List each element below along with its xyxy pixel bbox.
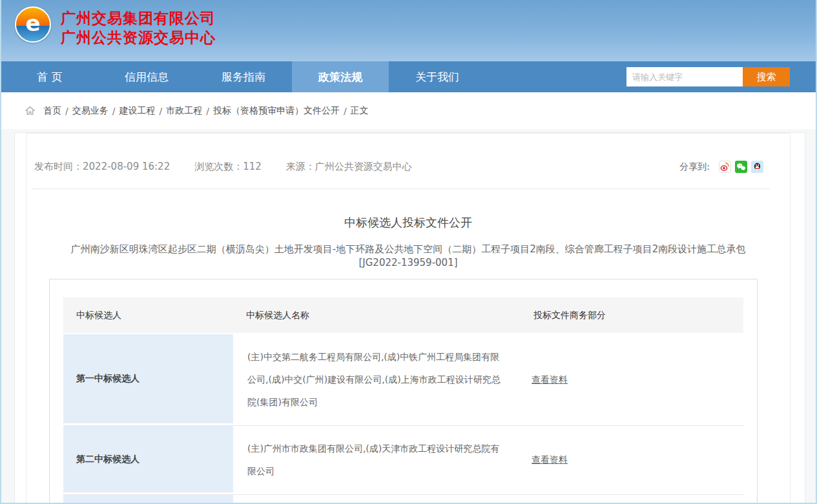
source-label: 来源： <box>286 161 315 172</box>
breadcrumb-separator: / <box>159 106 162 116</box>
share-label: 分享到: <box>679 161 710 173</box>
breadcrumb: 首页 / 交易业务 / 建设工程 / 市政工程 / 投标（资格预审申请）文件公开… <box>1 92 816 129</box>
article-meta: 发布时间：2022-08-09 16:22 浏览次数：112 来源：广州公共资源… <box>26 161 790 173</box>
content-card: 发布时间：2022-08-09 16:22 浏览次数：112 来源：广州公共资源… <box>14 132 805 504</box>
candidate-rank: 第三中标候选人 <box>63 495 233 504</box>
breadcrumb-item-trading[interactable]: 交易业务 <box>72 105 109 117</box>
publish-time-label: 发布时间： <box>34 161 83 172</box>
article-title: 中标候选人投标文件公开 <box>26 215 790 230</box>
org-names: 广州交易集团有限公司 广州公共资源交易中心 <box>61 8 216 47</box>
breadcrumb-item-home[interactable]: 首页 <box>43 105 61 117</box>
candidate-rank: 第二中标候选人 <box>63 426 233 494</box>
column-header-candidate-name: 中标候选人名称 <box>233 297 521 333</box>
qq-icon[interactable] <box>751 161 763 173</box>
publish-time: 发布时间：2022-08-09 16:22 <box>34 161 170 173</box>
breadcrumb-separator: / <box>344 106 347 116</box>
table-row: 第二中标候选人 (主)广州市市政集团有限公司,(成)天津市政工程设计研究总院有限… <box>63 426 743 495</box>
search-input[interactable] <box>626 67 743 86</box>
view-count-value: 112 <box>243 161 262 172</box>
main-area: 发布时间：2022-08-09 16:22 浏览次数：112 来源：广州公共资源… <box>1 129 816 504</box>
view-count-label: 浏览次数： <box>194 161 243 172</box>
view-materials-link[interactable]: 查看资料 <box>532 454 568 466</box>
source: 来源：广州公共资源交易中心 <box>286 161 412 173</box>
logo-letter: e <box>25 12 40 34</box>
meta-divider <box>32 188 770 189</box>
candidate-name: (主)中交第二航务工程局有限公司,(成)中铁广州工程局集团有限公司,(成)中交(… <box>233 334 521 425</box>
article-panel: 发布时间：2022-08-09 16:22 浏览次数：112 来源：广州公共资源… <box>26 133 791 504</box>
breadcrumb-separator: / <box>65 106 68 116</box>
org-name-line1: 广州交易集团有限公司 <box>61 8 216 28</box>
view-count: 浏览次数：112 <box>194 161 262 173</box>
nav-tab-home[interactable]: 首 页 <box>1 61 98 92</box>
nav-tab-policies[interactable]: 政策法规 <box>292 61 389 92</box>
nav-tab-service-guide[interactable]: 服务指南 <box>195 61 292 92</box>
nav-tab-about-us[interactable]: 关于我们 <box>389 61 486 92</box>
main-nav: 首 页 信用信息 服务指南 政策法规 关于我们 搜索 <box>1 61 816 92</box>
share-group: 分享到: <box>679 161 763 173</box>
search-button[interactable]: 搜索 <box>743 67 790 86</box>
action-cell: 查看资料 <box>521 495 744 504</box>
home-icon <box>25 106 35 116</box>
column-header-candidate: 中标候选人 <box>63 297 233 333</box>
candidate-name: (主)中铁隧道局集团有限公司,(成)中铁上海设计院集团有限公司 <box>233 495 521 504</box>
breadcrumb-item-construction[interactable]: 建设工程 <box>119 105 155 117</box>
breadcrumb-item-municipal[interactable]: 市政工程 <box>166 105 202 117</box>
action-cell: 查看资料 <box>521 334 744 425</box>
org-name-line2: 广州公共资源交易中心 <box>61 28 216 47</box>
wechat-icon[interactable] <box>735 161 747 173</box>
search-box: 搜索 <box>626 67 790 86</box>
candidate-name: (主)广州市市政集团有限公司,(成)天津市政工程设计研究总院有限公司 <box>233 426 521 494</box>
candidates-table-box: 中标候选人 中标候选人名称 投标文件商务部分 第一中标候选人 (主)中交第二航务… <box>49 279 758 504</box>
view-materials-link[interactable]: 查看资料 <box>532 374 568 386</box>
weibo-icon[interactable] <box>719 161 731 173</box>
site-logo-icon[interactable]: e <box>15 6 51 43</box>
action-cell: 查看资料 <box>521 426 744 494</box>
breadcrumb-separator: / <box>112 106 116 116</box>
breadcrumb-separator: / <box>206 106 209 116</box>
nav-tab-credit-info[interactable]: 信用信息 <box>98 61 195 92</box>
table-header-row: 中标候选人 中标候选人名称 投标文件商务部分 <box>63 297 743 333</box>
publish-time-value: 2022-08-09 16:22 <box>83 161 170 172</box>
breadcrumb-item-bid-docs[interactable]: 投标（资格预审申请）文件公开 <box>213 105 340 117</box>
column-header-bid-docs: 投标文件商务部分 <box>521 297 744 333</box>
breadcrumb-item-article: 正文 <box>351 105 369 117</box>
table-row: 第一中标候选人 (主)中交第二航务工程局有限公司,(成)中铁广州工程局集团有限公… <box>63 334 743 426</box>
table-row: 第三中标候选人 (主)中铁隧道局集团有限公司,(成)中铁上海设计院集团有限公司 … <box>63 495 743 504</box>
article-subtitle: 广州南沙新区明珠湾区起步区二期（横沥岛尖）土地开发项目-地下环路及公共地下空间（… <box>61 243 756 270</box>
page: e 广州交易集团有限公司 广州公共资源交易中心 首 页 信用信息 服务指南 政策… <box>0 0 817 504</box>
candidate-rank: 第一中标候选人 <box>63 334 233 425</box>
site-header: e 广州交易集团有限公司 广州公共资源交易中心 <box>1 0 816 61</box>
source-value: 广州公共资源交易中心 <box>315 161 412 172</box>
